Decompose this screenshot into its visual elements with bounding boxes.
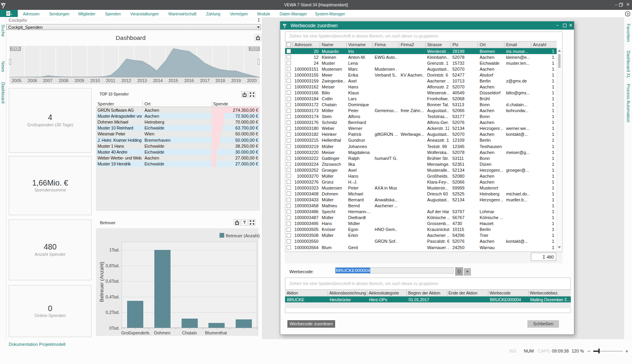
svg-text:?: ? — [626, 12, 629, 16]
svg-text:x: x — [245, 223, 246, 225]
